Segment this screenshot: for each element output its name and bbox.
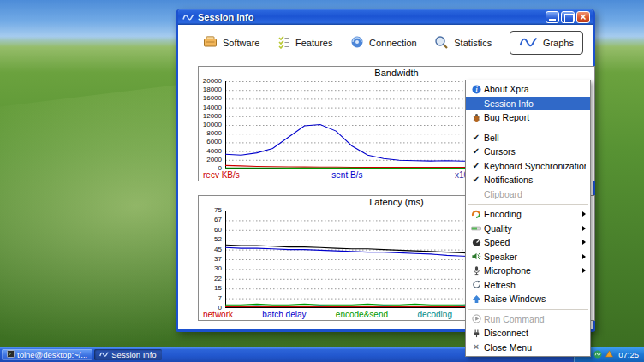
menu-item-bug-report[interactable]: Bug Report — [466, 110, 590, 125]
submenu-arrow-icon — [582, 254, 586, 259]
chart-title: Bandwidth — [199, 67, 594, 79]
software-icon — [203, 35, 218, 50]
menu-item-label: Refresh — [484, 280, 586, 290]
menu-item-label: Close Menu — [484, 342, 586, 353]
encoding-icon — [468, 209, 484, 219]
tab-features[interactable]: Features — [277, 35, 332, 50]
menu-item-close-menu[interactable]: ×Close Menu — [466, 341, 590, 355]
menu-item-label: Notifications — [484, 175, 586, 185]
menu-item-keyboard-synchronization[interactable]: ✔Keyboard Synchronization — [466, 159, 590, 174]
menu-item-refresh[interactable]: Refresh — [466, 278, 590, 293]
minimize-button[interactable] — [546, 11, 559, 23]
check-icon: ✔ — [468, 134, 484, 142]
xpra-icon — [99, 350, 109, 359]
check-icon: ✔ — [468, 175, 484, 184]
menu-separator — [468, 128, 588, 128]
menu-item-label: Bug Report — [484, 112, 586, 122]
menu-item-label: Run Command — [484, 314, 586, 324]
y-axis-labels: 07152230374552606775 — [199, 208, 224, 308]
menu-item-about-xpra[interactable]: iAbout Xpra — [466, 82, 590, 97]
desktop: Session Info Software Features Connectio… — [0, 0, 644, 362]
menu-separator — [468, 204, 588, 205]
check-icon: ✔ — [468, 147, 484, 156]
menu-item-label: Encoding — [484, 209, 579, 219]
menu-item-label: Clipboard — [484, 189, 586, 199]
menu-item-session-info[interactable]: Session Info — [466, 97, 590, 111]
tab-statistics[interactable]: Statistics — [434, 35, 492, 50]
tab-graphs[interactable]: Graphs — [510, 31, 583, 55]
menu-item-label: Cursors — [484, 146, 586, 157]
menu-item-label: Disconnect — [484, 328, 586, 338]
menu-item-label: Quality — [484, 223, 579, 234]
microphone-icon — [468, 265, 484, 276]
menu-item-notifications[interactable]: ✔Notifications — [466, 173, 590, 187]
submenu-arrow-icon — [582, 268, 586, 273]
tab-connection[interactable]: Connection — [350, 35, 417, 50]
taskbar-task-session-info[interactable]: Session Info — [94, 349, 161, 360]
menu-item-cursors[interactable]: ✔Cursors — [466, 145, 590, 159]
raise-icon — [468, 294, 484, 304]
submenu-arrow-icon — [582, 211, 586, 217]
legend-recv-kb-s: recv KB/s — [203, 169, 240, 181]
menu-item-label: Microphone — [484, 265, 579, 276]
menu-item-quality[interactable]: Quality — [466, 222, 590, 236]
legend-sent-b-s: sent B/s — [331, 169, 362, 181]
info-icon: i — [468, 85, 484, 94]
tab-label: Software — [223, 38, 259, 48]
menu-item-label: About Xpra — [484, 84, 586, 94]
task-label: toine@desktop:~/... — [17, 350, 87, 359]
terminal-icon — [7, 350, 15, 359]
bug-icon — [468, 113, 484, 122]
submenu-arrow-icon — [582, 226, 586, 231]
menu-item-speed[interactable]: Speed — [466, 235, 590, 250]
legend-batch-delay: batch delay — [262, 309, 306, 320]
xpra-tray-icon[interactable] — [593, 350, 602, 360]
xpra-icon — [182, 12, 194, 22]
refresh-icon — [468, 280, 484, 289]
connection-icon — [350, 35, 364, 50]
alert-icon[interactable] — [605, 350, 613, 359]
tab-software[interactable]: Software — [203, 35, 259, 50]
legend-network: network — [203, 309, 233, 320]
toolbar: Software Features Connection Statistics … — [181, 25, 590, 61]
legend-decoding: decoding — [417, 309, 452, 320]
taskbar-clock: 07:25 — [618, 350, 639, 359]
menu-separator — [468, 309, 588, 310]
speed-icon — [468, 238, 484, 247]
menu-item-disconnect[interactable]: Disconnect — [466, 326, 590, 341]
features-icon — [277, 35, 290, 50]
context-menu: iAbout XpraSession InfoBug Report✔Bell✔C… — [465, 80, 591, 357]
menu-item-microphone[interactable]: Microphone — [466, 264, 590, 278]
speaker-icon — [468, 252, 484, 261]
window-title: Session Info — [198, 12, 546, 22]
window-titlebar[interactable]: Session Info — [178, 9, 593, 25]
quality-icon — [468, 224, 484, 233]
statistics-icon — [434, 35, 449, 50]
menu-item-clipboard: Clipboard — [466, 187, 590, 202]
taskbar-task-terminal[interactable]: toine@desktop:~/... — [2, 349, 92, 360]
menu-item-label: Session Info — [484, 98, 586, 109]
chart-legend: recv KB/ssent B/sx10 — [203, 169, 468, 181]
legend-encode-send: encode&send — [336, 309, 388, 320]
menu-item-bell[interactable]: ✔Bell — [466, 131, 590, 145]
task-label: Session Info — [111, 350, 156, 359]
menu-item-speaker[interactable]: Speaker — [466, 250, 590, 264]
tab-label: Statistics — [454, 38, 492, 48]
submenu-arrow-icon — [582, 240, 586, 245]
menu-item-encoding[interactable]: Encoding — [466, 207, 590, 222]
run-icon — [468, 314, 484, 323]
close-icon: × — [468, 342, 484, 352]
menu-item-label: Raise Windows — [484, 294, 586, 304]
tab-label: Graphs — [543, 38, 574, 48]
menu-item-run-command: Run Command — [466, 312, 590, 327]
menu-item-label: Bell — [484, 133, 586, 143]
menu-item-label: Keyboard Synchronization — [484, 161, 586, 171]
close-button[interactable] — [576, 11, 590, 23]
window-controls — [546, 11, 590, 23]
check-icon: ✔ — [468, 162, 484, 170]
chart-legend: networkbatch delayencode&senddecoding — [203, 309, 452, 320]
maximize-button[interactable] — [561, 11, 575, 23]
tab-label: Connection — [369, 38, 417, 48]
menu-item-raise-windows[interactable]: Raise Windows — [466, 292, 590, 306]
disconnect-icon — [468, 329, 484, 338]
